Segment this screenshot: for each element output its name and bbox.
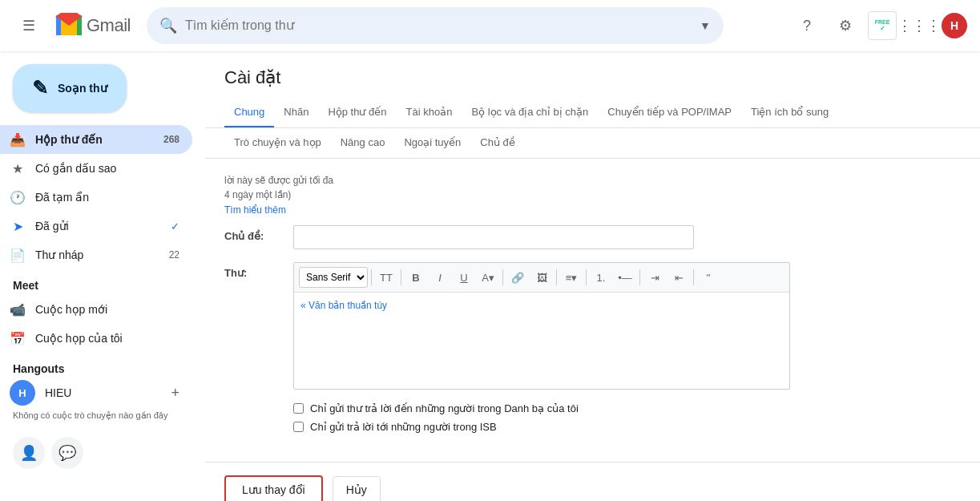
color-button[interactable]: A▾ (477, 266, 499, 289)
help-button[interactable]: ? (791, 10, 823, 42)
tab-nhan[interactable]: Nhãn (274, 98, 318, 128)
bold-button[interactable]: B (405, 266, 427, 289)
toolbar-separator-3 (502, 269, 503, 285)
sidebar-label-drafts: Thư nháp (35, 248, 159, 261)
snooze-icon: 🕐 (10, 190, 26, 205)
settings-button[interactable]: ⚙ (829, 10, 861, 42)
editor-wrapper: Sans Serif TT B (293, 262, 790, 390)
avatar[interactable]: H (942, 13, 967, 38)
checkboxes-area: Chỉ gửi thư trả lời đến những người tron… (293, 402, 961, 433)
toolbar-separator-5 (586, 269, 587, 285)
apps-button[interactable]: ⋮⋮⋮ (903, 10, 935, 42)
toolbar-separator-4 (556, 269, 557, 285)
sidebar-label-inbox: Hộp thư đến (35, 133, 154, 146)
ordered-list-button[interactable]: 1. (590, 266, 612, 289)
save-button[interactable]: Lưu thay đổi (224, 475, 323, 501)
settings-panel: Cài đặt Chung Nhãn Hộp thư đến Tài khoản… (205, 51, 980, 501)
sidebar-label-my-meetings: Cuộc họp của tôi (35, 332, 179, 345)
sidebar-item-starred[interactable]: ★ Có gắn dấu sao (0, 154, 192, 183)
bold-icon: B (412, 272, 419, 284)
checkbox-row-1: Chỉ gửi thư trả lời đến những người tron… (293, 402, 961, 414)
new-hangout-button[interactable]: 👤 (13, 437, 45, 469)
hamburger-icon: ☰ (22, 17, 35, 34)
italic-icon: I (438, 272, 442, 284)
drafts-icon: 📄 (10, 248, 26, 263)
settings-body: lời này sẽ được gửi tối đa 4 ngày một lầ… (205, 159, 980, 455)
toolbar-separator-2 (401, 269, 401, 285)
apps-icon: ⋮⋮⋮ (897, 17, 941, 34)
tab-hop-thu-den[interactable]: Hộp thư đến (318, 98, 396, 128)
toolbar-separator-1 (371, 269, 372, 285)
compose-button[interactable]: ✎ Soạn thư (13, 64, 127, 112)
sidebar-item-my-meetings[interactable]: 📅 Cuộc họp của tôi (0, 324, 192, 353)
sidebar-item-snoozed[interactable]: 🕐 Đã tạm ẩn (0, 183, 192, 212)
subject-control (293, 225, 961, 249)
person-plus-icon: 👤 (20, 444, 38, 462)
ul-icon: •— (618, 272, 632, 284)
indent-button[interactable]: ⇥ (643, 266, 666, 289)
link-button[interactable]: 🔗 (506, 266, 529, 289)
editor-body[interactable]: « Văn bản thuần túy (294, 293, 789, 389)
image-button[interactable]: 🖼 (530, 266, 553, 289)
align-button[interactable]: ≡▾ (560, 266, 583, 289)
compose-plus-icon: ✎ (32, 77, 48, 99)
action-bar: Lưu thay đổi Hủy (205, 462, 980, 501)
settings-title: Cài đặt (205, 51, 980, 98)
sidebar-item-new-meeting[interactable]: 📹 Cuộc họp mới (0, 295, 192, 324)
quote-icon: " (707, 272, 711, 284)
sidebar-item-drafts[interactable]: 📄 Thư nháp 22 (0, 240, 192, 269)
sidebar-label-new-meeting: Cuộc họp mới (35, 303, 179, 316)
grammarly-badge[interactable]: FREE ✓ (868, 11, 897, 40)
ol-icon: 1. (597, 272, 606, 284)
settings-tabs-row1: Chung Nhãn Hộp thư đến Tài khoản Bộ lọc … (205, 98, 980, 128)
sidebar-item-sent[interactable]: ➤ Đã gửi ✓ (0, 212, 192, 240)
outdent-button[interactable]: ⇤ (667, 266, 690, 289)
link-icon: 🔗 (511, 272, 524, 284)
italic-button[interactable]: I (429, 266, 451, 289)
plain-text-link[interactable]: « Văn bản thuần túy (300, 300, 387, 311)
font-size-button[interactable]: TT (375, 266, 397, 289)
topbar-right: ? ⚙ FREE ✓ ⋮⋮⋮ H (791, 10, 967, 42)
checkbox-isb-only[interactable] (293, 422, 304, 432)
underline-icon: U (460, 272, 467, 284)
subject-input[interactable] (293, 225, 694, 249)
tab-tro-chuyen[interactable]: Trò chuyện và họp (224, 128, 331, 159)
tab-tai-khoan[interactable]: Tài khoản (397, 98, 462, 128)
quote-button[interactable]: " (697, 266, 720, 289)
sidebar: ✎ Soạn thư 📥 Hộp thư đến 268 ★ Có gắn dấ… (0, 51, 205, 501)
checkbox-contacts-only[interactable] (293, 403, 304, 414)
sidebar-label-starred: Có gắn dấu sao (35, 162, 179, 175)
tab-ngoai-tuyen[interactable]: Ngoại tuyến (394, 128, 470, 159)
learn-more-link[interactable]: Tìm hiểu thêm (224, 204, 286, 216)
inbox-count: 268 (163, 134, 179, 145)
sidebar-item-inbox[interactable]: 📥 Hộp thư đến 268 (0, 125, 192, 154)
tab-nang-cao[interactable]: Nâng cao (331, 128, 395, 159)
underline-button[interactable]: U (453, 266, 475, 289)
editor-toolbar: Sans Serif TT B (294, 263, 789, 293)
font-size-icon: TT (380, 272, 393, 284)
hamburger-button[interactable]: ☰ (13, 10, 45, 42)
tab-bo-loc[interactable]: Bộ lọc và địa chỉ bị chặn (462, 98, 598, 128)
cancel-button[interactable]: Hủy (333, 476, 381, 501)
hangouts-avatar: H (10, 380, 35, 406)
hangouts-section-label: Hangouts (0, 353, 205, 378)
tab-tien-ich[interactable]: Tiện ích bổ sung (741, 98, 838, 128)
search-dropdown-icon[interactable]: ▼ (700, 19, 711, 32)
logo-area: Gmail (54, 11, 131, 40)
search-icon: 🔍 (159, 17, 177, 34)
tab-chuyen-tiep[interactable]: Chuyển tiếp và POP/IMAP (598, 98, 741, 128)
my-meetings-icon: 📅 (10, 331, 26, 346)
search-bar[interactable]: 🔍 ▼ (147, 7, 724, 44)
unordered-list-button[interactable]: •— (614, 266, 636, 289)
hangout-chat-button[interactable]: 💬 (51, 437, 83, 469)
compose-label: Soạn thư (58, 82, 107, 95)
gmail-label: Gmail (87, 15, 131, 36)
sidebar-item-hangouts-user[interactable]: H HIEU + (0, 378, 192, 407)
font-select[interactable]: Sans Serif (299, 267, 368, 288)
search-input[interactable] (185, 18, 692, 33)
sidebar-label-sent: Đã gửi (35, 220, 161, 232)
help-icon: ? (803, 18, 811, 34)
add-hangout-icon[interactable]: + (171, 385, 179, 402)
tab-chu-de[interactable]: Chủ đề (470, 128, 524, 159)
tab-chung[interactable]: Chung (224, 98, 274, 128)
